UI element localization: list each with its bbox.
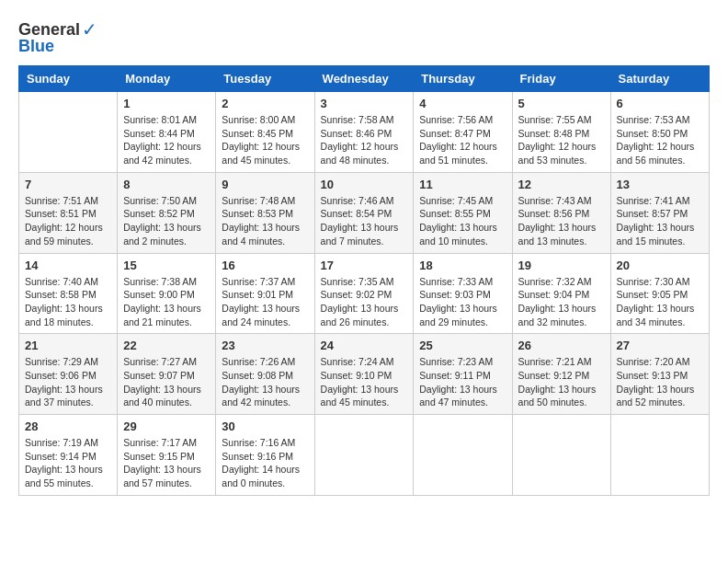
calendar: SundayMondayTuesdayWednesdayThursdayFrid… — [18, 65, 710, 496]
day-header-friday: Friday — [512, 66, 610, 92]
day-number: 19 — [518, 259, 605, 272]
day-number: 15 — [123, 259, 210, 272]
cell-info: Sunrise: 7:56 AM Sunset: 8:47 PM Dayligh… — [419, 113, 506, 167]
day-number: 8 — [123, 178, 210, 191]
day-number: 23 — [222, 339, 308, 352]
cell-info: Sunrise: 7:16 AM Sunset: 9:16 PM Dayligh… — [222, 436, 308, 490]
calendar-cell: 7Sunrise: 7:51 AM Sunset: 8:51 PM Daylig… — [19, 172, 118, 253]
logo-bird-icon: ✓ — [82, 18, 97, 40]
day-number: 13 — [617, 178, 703, 191]
cell-info: Sunrise: 7:38 AM Sunset: 9:00 PM Dayligh… — [123, 275, 210, 329]
cell-info: Sunrise: 7:37 AM Sunset: 9:01 PM Dayligh… — [222, 275, 308, 329]
calendar-cell: 5Sunrise: 7:55 AM Sunset: 8:48 PM Daylig… — [512, 92, 610, 173]
cell-info: Sunrise: 7:33 AM Sunset: 9:03 PM Dayligh… — [419, 275, 506, 329]
day-number: 29 — [123, 419, 210, 433]
calendar-cell: 28Sunrise: 7:19 AM Sunset: 9:14 PM Dayli… — [19, 415, 118, 496]
calendar-cell — [19, 92, 118, 173]
cell-info: Sunrise: 7:27 AM Sunset: 9:07 PM Dayligh… — [123, 355, 210, 409]
cell-info: Sunrise: 7:48 AM Sunset: 8:53 PM Dayligh… — [222, 194, 308, 248]
cell-info: Sunrise: 7:55 AM Sunset: 8:48 PM Dayligh… — [518, 113, 605, 167]
calendar-cell: 13Sunrise: 7:41 AM Sunset: 8:57 PM Dayli… — [610, 172, 709, 253]
calendar-cell: 2Sunrise: 8:00 AM Sunset: 8:45 PM Daylig… — [216, 92, 314, 173]
cell-info: Sunrise: 7:43 AM Sunset: 8:56 PM Dayligh… — [518, 194, 605, 248]
cell-info: Sunrise: 7:41 AM Sunset: 8:57 PM Dayligh… — [617, 194, 703, 248]
day-number: 26 — [518, 339, 605, 352]
day-number: 2 — [222, 97, 308, 110]
day-header-monday: Monday — [118, 66, 216, 92]
cell-info: Sunrise: 7:50 AM Sunset: 8:52 PM Dayligh… — [123, 194, 210, 248]
calendar-cell: 18Sunrise: 7:33 AM Sunset: 9:03 PM Dayli… — [414, 253, 512, 334]
calendar-cell — [512, 415, 610, 496]
cell-info: Sunrise: 7:21 AM Sunset: 9:12 PM Dayligh… — [518, 355, 605, 409]
cell-info: Sunrise: 7:19 AM Sunset: 9:14 PM Dayligh… — [25, 436, 111, 490]
calendar-cell: 14Sunrise: 7:40 AM Sunset: 8:58 PM Dayli… — [19, 253, 118, 334]
day-number: 20 — [617, 259, 703, 272]
calendar-cell: 16Sunrise: 7:37 AM Sunset: 9:01 PM Dayli… — [216, 253, 314, 334]
cell-info: Sunrise: 7:26 AM Sunset: 9:08 PM Dayligh… — [222, 355, 308, 409]
logo-blue-text: Blue — [18, 37, 54, 56]
calendar-cell: 8Sunrise: 7:50 AM Sunset: 8:52 PM Daylig… — [118, 172, 216, 253]
calendar-cell: 19Sunrise: 7:32 AM Sunset: 9:04 PM Dayli… — [512, 253, 610, 334]
day-number: 21 — [25, 339, 111, 352]
calendar-cell: 20Sunrise: 7:30 AM Sunset: 9:05 PM Dayli… — [610, 253, 709, 334]
day-number: 10 — [321, 178, 408, 191]
cell-info: Sunrise: 8:00 AM Sunset: 8:45 PM Dayligh… — [222, 113, 308, 167]
calendar-cell: 21Sunrise: 7:29 AM Sunset: 9:06 PM Dayli… — [19, 334, 118, 415]
day-number: 11 — [419, 178, 506, 191]
day-header-wednesday: Wednesday — [314, 66, 414, 92]
day-number: 25 — [419, 339, 506, 352]
day-number: 4 — [419, 97, 506, 110]
calendar-cell — [610, 415, 709, 496]
cell-info: Sunrise: 7:40 AM Sunset: 8:58 PM Dayligh… — [25, 275, 111, 329]
cell-info: Sunrise: 7:17 AM Sunset: 9:15 PM Dayligh… — [123, 436, 210, 490]
day-header-sunday: Sunday — [19, 66, 118, 92]
day-number: 17 — [321, 259, 408, 272]
day-number: 3 — [321, 97, 408, 110]
day-header-tuesday: Tuesday — [216, 66, 314, 92]
cell-info: Sunrise: 7:23 AM Sunset: 9:11 PM Dayligh… — [419, 355, 506, 409]
cell-info: Sunrise: 7:20 AM Sunset: 9:13 PM Dayligh… — [617, 355, 703, 409]
cell-info: Sunrise: 7:35 AM Sunset: 9:02 PM Dayligh… — [321, 275, 408, 329]
logo: General ✓ Blue — [18, 18, 97, 56]
calendar-cell — [314, 415, 414, 496]
calendar-cell — [414, 415, 512, 496]
day-number: 12 — [518, 178, 605, 191]
cell-info: Sunrise: 7:46 AM Sunset: 8:54 PM Dayligh… — [321, 194, 408, 248]
day-number: 28 — [25, 419, 111, 433]
cell-info: Sunrise: 7:32 AM Sunset: 9:04 PM Dayligh… — [518, 275, 605, 329]
day-number: 16 — [222, 259, 308, 272]
day-number: 9 — [222, 178, 308, 191]
calendar-cell: 1Sunrise: 8:01 AM Sunset: 8:44 PM Daylig… — [118, 92, 216, 173]
calendar-cell: 24Sunrise: 7:24 AM Sunset: 9:10 PM Dayli… — [314, 334, 414, 415]
calendar-cell: 9Sunrise: 7:48 AM Sunset: 8:53 PM Daylig… — [216, 172, 314, 253]
day-number: 24 — [321, 339, 408, 352]
day-number: 14 — [25, 259, 111, 272]
cell-info: Sunrise: 8:01 AM Sunset: 8:44 PM Dayligh… — [123, 113, 210, 167]
calendar-cell: 3Sunrise: 7:58 AM Sunset: 8:46 PM Daylig… — [314, 92, 414, 173]
cell-info: Sunrise: 7:30 AM Sunset: 9:05 PM Dayligh… — [617, 275, 703, 329]
day-number: 7 — [25, 178, 111, 191]
calendar-cell: 26Sunrise: 7:21 AM Sunset: 9:12 PM Dayli… — [512, 334, 610, 415]
day-number: 22 — [123, 339, 210, 352]
cell-info: Sunrise: 7:58 AM Sunset: 8:46 PM Dayligh… — [321, 113, 408, 167]
day-number: 5 — [518, 97, 605, 110]
calendar-cell: 27Sunrise: 7:20 AM Sunset: 9:13 PM Dayli… — [610, 334, 709, 415]
calendar-cell: 15Sunrise: 7:38 AM Sunset: 9:00 PM Dayli… — [118, 253, 216, 334]
day-header-saturday: Saturday — [610, 66, 709, 92]
cell-info: Sunrise: 7:51 AM Sunset: 8:51 PM Dayligh… — [25, 194, 111, 248]
calendar-cell: 22Sunrise: 7:27 AM Sunset: 9:07 PM Dayli… — [118, 334, 216, 415]
day-number: 30 — [222, 419, 308, 433]
cell-info: Sunrise: 7:53 AM Sunset: 8:50 PM Dayligh… — [617, 113, 703, 167]
cell-info: Sunrise: 7:24 AM Sunset: 9:10 PM Dayligh… — [321, 355, 408, 409]
calendar-cell: 25Sunrise: 7:23 AM Sunset: 9:11 PM Dayli… — [414, 334, 512, 415]
calendar-cell: 10Sunrise: 7:46 AM Sunset: 8:54 PM Dayli… — [314, 172, 414, 253]
calendar-cell: 17Sunrise: 7:35 AM Sunset: 9:02 PM Dayli… — [314, 253, 414, 334]
day-number: 27 — [617, 339, 703, 352]
day-number: 6 — [617, 97, 703, 110]
day-number: 18 — [419, 259, 506, 272]
day-number: 1 — [123, 97, 210, 110]
calendar-cell: 29Sunrise: 7:17 AM Sunset: 9:15 PM Dayli… — [118, 415, 216, 496]
calendar-cell: 6Sunrise: 7:53 AM Sunset: 8:50 PM Daylig… — [610, 92, 709, 173]
calendar-cell: 12Sunrise: 7:43 AM Sunset: 8:56 PM Dayli… — [512, 172, 610, 253]
calendar-cell: 4Sunrise: 7:56 AM Sunset: 8:47 PM Daylig… — [414, 92, 512, 173]
